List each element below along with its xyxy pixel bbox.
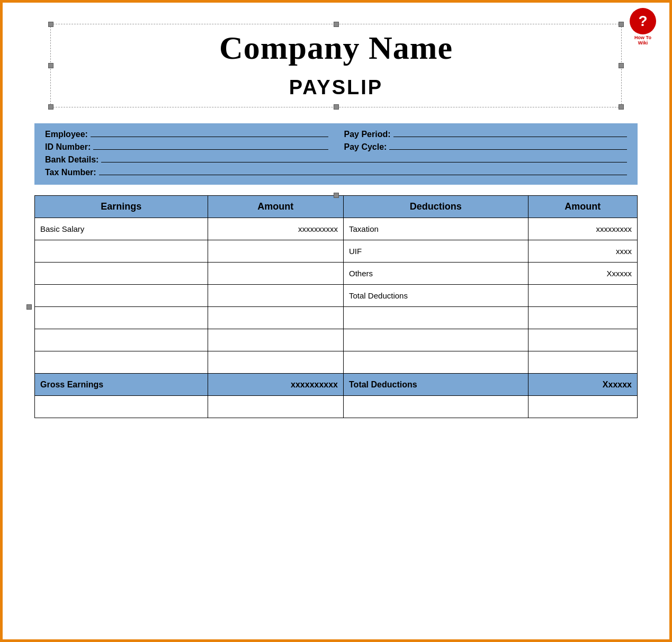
tax-number-line — [99, 175, 627, 175]
earning-amount-last — [208, 396, 343, 418]
bank-details-line — [101, 162, 627, 162]
handle-tl — [48, 22, 53, 27]
earning-1: Basic Salary — [35, 218, 208, 240]
id-number-line — [93, 149, 328, 150]
table-footer-row: Gross Earnings xxxxxxxxxx Total Deductio… — [35, 374, 638, 396]
earning-amount-4 — [208, 285, 343, 307]
earning-6 — [35, 329, 208, 351]
content-area: Company Name PAYSLIP Employee: Pay Perio… — [3, 3, 669, 429]
earning-2 — [35, 240, 208, 263]
employee-label: Employee: — [45, 130, 88, 139]
employee-row-1: Employee: Pay Period: — [45, 130, 627, 139]
handle-br — [619, 104, 624, 110]
table-row — [35, 329, 638, 351]
table-row — [35, 307, 638, 329]
handle-bc — [334, 104, 339, 110]
handle-tr — [619, 22, 624, 27]
table-handle-top — [334, 193, 339, 198]
employee-row-4: Tax Number: — [45, 168, 627, 177]
bank-details-label: Bank Details: — [45, 155, 98, 165]
deduction-amount-3: Xxxxxx — [528, 263, 637, 285]
deduction-amount-2: xxxx — [528, 240, 637, 263]
earning-amount-7 — [208, 351, 343, 374]
earning-amount-1: xxxxxxxxxx — [208, 218, 343, 240]
tax-number-label: Tax Number: — [45, 168, 96, 177]
payslip-title: PAYSLIP — [61, 76, 611, 99]
handle-ml — [48, 63, 53, 68]
deduction-1: Taxation — [344, 218, 528, 240]
employee-row-3: Bank Details: — [45, 155, 627, 165]
deduction-amount-7 — [528, 351, 637, 374]
field-pay-cycle: Pay Cycle: — [344, 142, 628, 152]
field-id-number: ID Number: — [45, 142, 328, 152]
deduction-amount-1: xxxxxxxxx — [528, 218, 637, 240]
header-amount-deductions: Amount — [528, 196, 637, 218]
deduction-6 — [344, 329, 528, 351]
id-number-label: ID Number: — [45, 142, 91, 152]
header-deductions: Deductions — [344, 196, 528, 218]
deduction-3: Others — [344, 263, 528, 285]
total-deductions-amount: Xxxxxx — [528, 374, 637, 396]
earning-amount-3 — [208, 263, 343, 285]
deduction-amount-4 — [528, 285, 637, 307]
earning-7 — [35, 351, 208, 374]
earning-amount-2 — [208, 240, 343, 263]
company-name: Company Name — [61, 30, 611, 66]
employee-row-2: ID Number: Pay Cycle: — [45, 142, 627, 152]
field-employee: Employee: — [45, 130, 328, 139]
pay-period-label: Pay Period: — [344, 130, 391, 139]
table-row: UIF xxxx — [35, 240, 638, 263]
gross-earnings-label: Gross Earnings — [35, 374, 208, 396]
earning-3 — [35, 263, 208, 285]
deduction-7 — [344, 351, 528, 374]
employee-line — [91, 137, 328, 137]
handle-bl — [48, 104, 53, 110]
employee-section: Employee: Pay Period: ID Number: Pay Cyc… — [34, 123, 638, 185]
header-section: Company Name PAYSLIP — [50, 24, 622, 107]
gross-earnings-amount: xxxxxxxxxx — [208, 374, 343, 396]
total-deductions-label: Total Deductions — [344, 374, 528, 396]
deduction-amount-6 — [528, 329, 637, 351]
deduction-2: UIF — [344, 240, 528, 263]
table-header-row: Earnings Amount Deductions Amount — [35, 196, 638, 218]
table-row — [35, 396, 638, 418]
deduction-4: Total Deductions — [344, 285, 528, 307]
header-amount-earnings: Amount — [208, 196, 343, 218]
deduction-amount-last — [528, 396, 637, 418]
table-row — [35, 351, 638, 374]
earning-last — [35, 396, 208, 418]
payslip-table: Earnings Amount Deductions Amount Basic … — [34, 195, 638, 418]
table-row: Basic Salary xxxxxxxxxx Taxation xxxxxxx… — [35, 218, 638, 240]
handle-mr — [619, 63, 624, 68]
deduction-5 — [344, 307, 528, 329]
deduction-last — [344, 396, 528, 418]
table-row: Total Deductions — [35, 285, 638, 307]
field-pay-period: Pay Period: — [344, 130, 628, 139]
pay-cycle-label: Pay Cycle: — [344, 142, 387, 152]
earning-4 — [35, 285, 208, 307]
deduction-amount-5 — [528, 307, 637, 329]
pay-period-line — [393, 137, 627, 137]
page-border: ? How ToWiki Company Name PAYSLIP Employ… — [0, 0, 672, 642]
table-handle-left — [26, 304, 32, 310]
header-earnings: Earnings — [35, 196, 208, 218]
earning-amount-6 — [208, 329, 343, 351]
pay-cycle-line — [389, 149, 627, 150]
table-section: Earnings Amount Deductions Amount Basic … — [34, 195, 638, 418]
handle-tc — [334, 22, 339, 27]
earning-5 — [35, 307, 208, 329]
table-row: Others Xxxxxx — [35, 263, 638, 285]
earning-amount-5 — [208, 307, 343, 329]
